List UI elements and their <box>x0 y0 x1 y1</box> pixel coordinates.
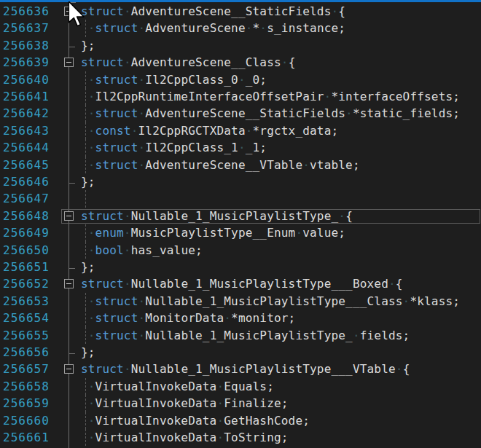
line-number[interactable]: 256656 <box>3 344 50 361</box>
line-number[interactable]: 256650 <box>3 242 50 259</box>
line-number[interactable]: 256649 <box>3 224 50 241</box>
code-line: 256645·struct·AdventureScene__VTable·vta… <box>0 157 481 173</box>
fold-collapse-icon[interactable] <box>64 364 74 374</box>
code-line-text[interactable]: ·struct·AdventureScene__VTable·vtable; <box>81 157 360 173</box>
code-line: 256637·struct·AdventureScene·*·s_instanc… <box>0 20 481 36</box>
line-number[interactable]: 256644 <box>3 139 50 156</box>
code-line-text[interactable]: }; <box>81 259 95 275</box>
line-number[interactable]: 256659 <box>3 395 50 412</box>
line-number[interactable]: 256654 <box>3 310 50 326</box>
code-line: 256646}; <box>0 173 481 190</box>
code-line: 256647 <box>0 190 481 207</box>
code-line: 256658·VirtualInvokeData·Equals; <box>0 378 481 395</box>
line-number[interactable]: 256640 <box>3 71 50 88</box>
code-line-text[interactable]: ·VirtualInvokeData·Equals; <box>81 378 274 395</box>
code-line-text[interactable]: ·VirtualInvokeData·GetHashCode; <box>81 412 310 429</box>
code-line: 256642·struct·AdventureScene__StaticFiel… <box>0 105 481 122</box>
line-number[interactable]: 256648 <box>3 208 50 224</box>
line-number[interactable]: 256655 <box>3 327 50 344</box>
code-line-text[interactable]: ·struct·AdventureScene__StaticFields·*st… <box>81 105 460 122</box>
code-line-text[interactable]: struct·Nullable_1_MusicPlaylistType___Bo… <box>81 275 403 292</box>
code-line-text[interactable]: struct·Nullable_1_MusicPlaylistType_·{ <box>81 208 353 224</box>
code-line: 256652struct·Nullable_1_MusicPlaylistTyp… <box>0 275 481 292</box>
line-number[interactable]: 256638 <box>3 37 50 54</box>
code-line: 256659·VirtualInvokeData·Finalize; <box>0 395 481 412</box>
code-line: 256643·const·Il2CppRGCTXData·*rgctx_data… <box>0 122 481 139</box>
code-line-text[interactable]: ·struct·Nullable_1_MusicPlaylistType___C… <box>81 293 460 310</box>
fold-collapse-icon[interactable] <box>64 7 74 16</box>
code-line-text[interactable]: ·enum·MusicPlaylistType__Enum·value; <box>81 224 345 241</box>
code-line-text[interactable]: ·struct·Il2CppClass_1·_1; <box>81 139 267 156</box>
code-line: 256638}; <box>0 37 481 54</box>
fold-collapse-icon[interactable] <box>64 211 74 221</box>
code-line-text[interactable]: }; <box>81 344 95 361</box>
fold-end-tick <box>69 353 75 354</box>
code-line: 256639struct·AdventureScene__Class·{ <box>0 54 481 71</box>
code-line: 256657struct·Nullable_1_MusicPlaylistTyp… <box>0 361 481 377</box>
line-number[interactable]: 256643 <box>3 122 50 139</box>
code-line: 256651}; <box>0 259 481 275</box>
fold-end-tick <box>69 47 75 47</box>
line-number[interactable]: 256647 <box>3 190 50 207</box>
line-number[interactable]: 256646 <box>3 173 50 190</box>
code-line: 256661·VirtualInvokeData·ToString; <box>0 429 481 446</box>
code-line-text[interactable]: ·struct·Nullable_1_MusicPlaylistType_·fi… <box>81 327 410 344</box>
code-line: 256640·struct·Il2CppClass_0·_0; <box>0 71 481 88</box>
code-line: 256649·enum·MusicPlaylistType__Enum·valu… <box>0 224 481 241</box>
fold-end-tick <box>69 183 75 184</box>
code-editor: 256636struct·AdventureScene__StaticField… <box>0 0 481 448</box>
line-number[interactable]: 256639 <box>3 54 50 71</box>
code-line-text[interactable]: struct·Nullable_1_MusicPlaylistType___VT… <box>81 361 410 377</box>
fold-end-tick <box>69 268 75 269</box>
fold-collapse-icon[interactable] <box>64 279 74 288</box>
code-line-text[interactable]: ·bool·has_value; <box>81 242 203 259</box>
code-line-text[interactable]: ·const·Il2CppRGCTXData·*rgctx_data; <box>81 122 338 139</box>
line-number[interactable]: 256636 <box>3 3 50 20</box>
line-number[interactable]: 256651 <box>3 259 50 275</box>
code-line: 256644·struct·Il2CppClass_1·_1; <box>0 139 481 156</box>
code-line: 256660·VirtualInvokeData·GetHashCode; <box>0 412 481 429</box>
line-number[interactable]: 256641 <box>3 88 50 105</box>
code-line-text[interactable]: ·Il2CppRuntimeInterfaceOffsetPair·*inter… <box>81 88 460 105</box>
line-number[interactable]: 256642 <box>3 105 50 122</box>
line-number[interactable]: 256637 <box>3 20 50 36</box>
line-number[interactable]: 256657 <box>3 361 50 377</box>
code-line: 256654·struct·MonitorData·*monitor; <box>0 310 481 326</box>
indent-guide <box>85 190 86 207</box>
code-line-text[interactable]: ·VirtualInvokeData·ToString; <box>81 429 289 446</box>
code-line-text[interactable]: }; <box>81 37 95 54</box>
line-number[interactable]: 256653 <box>3 293 50 310</box>
code-line-text[interactable]: struct·AdventureScene__Class·{ <box>81 54 295 71</box>
code-line: 256655·struct·Nullable_1_MusicPlaylistTy… <box>0 327 481 344</box>
code-line-text[interactable]: struct·AdventureScene__StaticFields·{ <box>81 3 345 20</box>
line-number[interactable]: 256660 <box>3 412 50 429</box>
line-number[interactable]: 256645 <box>3 157 50 173</box>
code-line: 256653·struct·Nullable_1_MusicPlaylistTy… <box>0 293 481 310</box>
code-line-text[interactable]: ·struct·AdventureScene·*·s_instance; <box>81 20 345 36</box>
fold-collapse-icon[interactable] <box>64 58 74 67</box>
code-line: 256641·Il2CppRuntimeInterfaceOffsetPair·… <box>0 88 481 105</box>
code-line: 256636struct·AdventureScene__StaticField… <box>0 3 481 20</box>
line-number[interactable]: 256652 <box>3 275 50 292</box>
code-line: 256650·bool·has_value; <box>0 242 481 259</box>
code-line: 256656}; <box>0 344 481 361</box>
line-number[interactable]: 256658 <box>3 378 50 395</box>
code-line-text[interactable]: ·struct·MonitorData·*monitor; <box>81 310 295 326</box>
code-line: 256648struct·Nullable_1_MusicPlaylistTyp… <box>0 208 481 224</box>
line-number[interactable]: 256661 <box>3 429 50 446</box>
code-line-text[interactable]: }; <box>81 173 95 190</box>
code-line-text[interactable]: ·struct·Il2CppClass_0·_0; <box>81 71 267 88</box>
code-line-text[interactable]: ·VirtualInvokeData·Finalize; <box>81 395 289 412</box>
